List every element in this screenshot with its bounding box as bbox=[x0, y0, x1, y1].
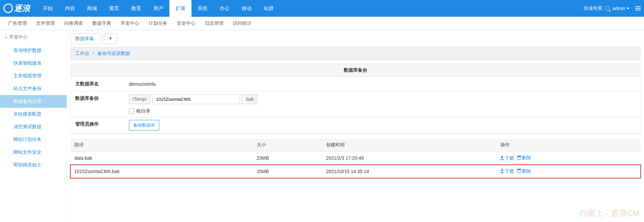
menu-icon[interactable] bbox=[635, 6, 641, 10]
cell-size: 23MB bbox=[253, 152, 322, 165]
breadcrumb-current[interactable]: 备份与还原数据 bbox=[97, 51, 130, 56]
subnav-item-5[interactable]: 计划任务 bbox=[144, 20, 172, 26]
top-bar: 逐浪 开始内容商城黄页教育用户扩展系统办公移动站群 快速检索 admin bbox=[0, 0, 644, 17]
value-dbname: demozoomla bbox=[124, 77, 640, 91]
grid-header-3: 操作 bbox=[496, 139, 641, 152]
delete-link[interactable]: 删除 bbox=[517, 155, 531, 161]
nav-item-0[interactable]: 开始 bbox=[37, 0, 59, 17]
sidebar: ▾ 开发中心 查询维护数据快速智能建表主库视图管理站点文件备份数据备份还原全站搜… bbox=[0, 30, 67, 218]
main-area: ▾ 开发中心 查询维护数据快速智能建表主库视图管理站点文件备份数据备份还原全站搜… bbox=[0, 30, 644, 218]
root-checkbox[interactable] bbox=[129, 108, 134, 114]
grid-header-2: 创建时间 bbox=[322, 139, 496, 152]
table-row: 1015ZoomlaCMS.bak25MB2021/10/15 14:35:14… bbox=[70, 165, 641, 178]
backup-grid: 路径大小创建时间操作 data.bak23MB2021/2/3 17:20:49… bbox=[70, 139, 641, 178]
search-icon[interactable] bbox=[605, 6, 610, 11]
breadcrumb-workbench[interactable]: 工作台 bbox=[75, 51, 89, 56]
sidebar-item-8[interactable]: 网站文件安全 bbox=[0, 146, 67, 159]
download-icon bbox=[500, 170, 504, 173]
chevron-down-icon bbox=[627, 8, 629, 9]
subnav-item-4[interactable]: 开发中心 bbox=[116, 20, 144, 26]
top-right: 快速检索 admin bbox=[584, 5, 641, 11]
filename-input[interactable] bbox=[152, 94, 239, 104]
root-label: 根目录 bbox=[136, 108, 150, 114]
delete-link[interactable]: 删除 bbox=[517, 168, 531, 174]
sidebar-list: 查询维护数据快速智能建表主库视图管理站点文件备份数据备份还原全站搜索配置清空测试… bbox=[0, 44, 67, 171]
sidebar-header[interactable]: ▾ 开发中心 bbox=[0, 30, 67, 44]
backup-panel: 数据库备份 主数据库名 demozoomla 数据库备份 /Temp/ .bak… bbox=[70, 64, 641, 134]
cell-path: 1015ZoomlaCMS.bak bbox=[70, 165, 253, 178]
nav-item-1[interactable]: 内容 bbox=[59, 0, 81, 17]
subnav-item-2[interactable]: 问卷调查 bbox=[60, 20, 88, 26]
panel-title: 数据库备份 bbox=[71, 64, 640, 77]
logo[interactable]: 逐浪 bbox=[3, 3, 30, 14]
label-backup: 数据库备份 bbox=[71, 91, 124, 117]
table-row: data.bak23MB2021/2/3 17:20:49下载删除 bbox=[70, 152, 641, 165]
grid-header-1: 大小 bbox=[253, 139, 322, 152]
tab-bar: 数据库备.. + bbox=[70, 33, 641, 44]
subnav-item-6[interactable]: 安全中心 bbox=[172, 20, 200, 26]
row-backup-path: 数据库备份 /Temp/ .bak 根目录 bbox=[71, 91, 640, 117]
subnav-item-0[interactable]: 广告管理 bbox=[3, 20, 31, 26]
quick-search-label: 快速检索 bbox=[584, 5, 602, 11]
sidebar-item-2[interactable]: 主库视图管理 bbox=[0, 70, 67, 82]
download-link[interactable]: 下载 bbox=[500, 168, 514, 174]
nav-item-8[interactable]: 办公 bbox=[214, 0, 236, 17]
logo-icon bbox=[2, 3, 14, 14]
subnav-item-1[interactable]: 文件管理 bbox=[31, 20, 60, 26]
content: 数据库备.. + 工作台 / 备份与还原数据 数据库备份 主数据库名 demoz… bbox=[67, 30, 644, 218]
grid-header-row: 路径大小创建时间操作 bbox=[70, 139, 641, 152]
row-dbname: 主数据库名 demozoomla bbox=[71, 77, 640, 91]
nav-item-7[interactable]: 系统 bbox=[191, 0, 214, 17]
sidebar-item-7[interactable]: 网站计划任务 bbox=[0, 133, 67, 146]
sidebar-item-4[interactable]: 数据备份还原 bbox=[0, 95, 67, 108]
subnav-item-3[interactable]: 数据字典 bbox=[88, 20, 116, 26]
cell-path: data.bak bbox=[70, 152, 253, 165]
nav-item-9[interactable]: 移动 bbox=[236, 0, 258, 17]
cell-actions: 下载删除 bbox=[496, 165, 641, 178]
cell-time: 2021/10/15 14:35:14 bbox=[322, 165, 496, 178]
trash-icon bbox=[517, 156, 521, 160]
nav-item-5[interactable]: 用户 bbox=[147, 0, 169, 17]
label-admin-op: 管理员操作 bbox=[71, 117, 124, 133]
sub-nav: 广告管理文件管理问卷调查数据字典开发中心计划任务安全中心日志管理访问统计 bbox=[0, 17, 644, 30]
sidebar-item-0[interactable]: 查询维护数据 bbox=[0, 44, 67, 57]
sidebar-item-1[interactable]: 快速智能建表 bbox=[0, 57, 67, 70]
breadcrumb: 工作台 / 备份与还原数据 bbox=[70, 47, 641, 60]
subnav-item-8[interactable]: 访问统计 bbox=[228, 20, 256, 26]
cell-size: 25MB bbox=[253, 165, 322, 178]
user-name: admin bbox=[613, 6, 625, 11]
nav-item-6[interactable]: 扩展 bbox=[169, 0, 191, 17]
cell-time: 2021/2/3 17:20:49 bbox=[322, 152, 496, 165]
download-icon bbox=[500, 157, 504, 160]
chevron-down-icon: ▾ bbox=[5, 35, 7, 39]
nav-item-3[interactable]: 黄页 bbox=[103, 0, 125, 17]
tab-add-button[interactable]: + bbox=[104, 33, 117, 44]
nav-item-10[interactable]: 站群 bbox=[258, 0, 280, 17]
nav-item-4[interactable]: 教育 bbox=[125, 0, 147, 17]
sidebar-item-9[interactable]: 帮助精灵贴士 bbox=[0, 159, 67, 171]
download-link[interactable]: 下载 bbox=[500, 155, 514, 161]
nav-item-2[interactable]: 商城 bbox=[81, 0, 103, 17]
sidebar-item-3[interactable]: 站点文件备份 bbox=[0, 82, 67, 95]
sidebar-item-5[interactable]: 全站搜索配置 bbox=[0, 108, 67, 121]
subnav-item-7[interactable]: 日志管理 bbox=[200, 20, 228, 26]
label-dbname: 主数据库名 bbox=[71, 77, 124, 91]
backup-db-button[interactable]: 备份数据库 bbox=[129, 120, 159, 131]
user-menu[interactable]: admin bbox=[613, 6, 629, 11]
sidebar-item-6[interactable]: 清空测试数据 bbox=[0, 121, 67, 133]
primary-nav: 开始内容商城黄页教育用户扩展系统办公移动站群 bbox=[37, 0, 584, 17]
cell-actions: 下载删除 bbox=[496, 152, 641, 165]
breadcrumb-sep: / bbox=[93, 51, 94, 56]
row-admin-op: 管理员操作 备份数据库 bbox=[71, 117, 640, 134]
grid-header-0: 路径 bbox=[70, 139, 253, 152]
sidebar-title: 开发中心 bbox=[9, 34, 28, 40]
logo-text: 逐浪 bbox=[14, 3, 30, 14]
trash-icon bbox=[517, 169, 521, 173]
path-suffix: .bak bbox=[241, 94, 257, 104]
tab-db-backup[interactable]: 数据库备.. bbox=[70, 33, 102, 44]
path-prefix: /Temp/ bbox=[129, 94, 150, 104]
